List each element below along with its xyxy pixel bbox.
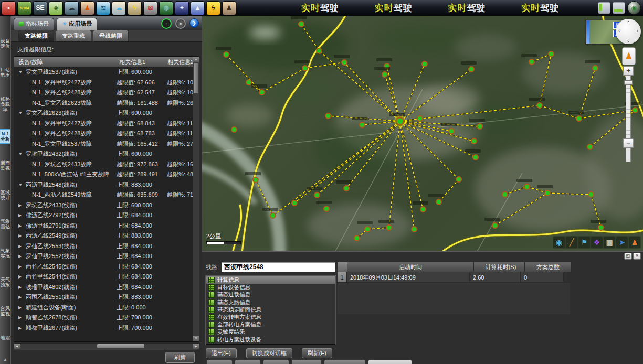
station-marker[interactable] [317, 48, 322, 53]
list-item-2[interactable]: 目标设备信息 [206, 284, 335, 291]
station-marker[interactable] [456, 177, 461, 182]
table-row[interactable]: ▶坡瑶甲线4802(线路)上限: 684.000 [14, 282, 193, 293]
switch-dialog-button[interactable]: 切换成对话框 [246, 348, 292, 358]
play-button[interactable]: ❯ [189, 18, 199, 28]
bottom-tab-5[interactable] [324, 359, 366, 364]
table-row[interactable]: ▶罗仙乙线2553(线路)上限: 684.000 [14, 241, 193, 252]
zoom-slider[interactable] [626, 76, 631, 138]
close-button[interactable]: ✕ [633, 253, 641, 260]
horizontal-scrollbar[interactable]: ◀ ▶ [14, 343, 199, 350]
tree-toggle-icon[interactable]: ▶ [18, 272, 24, 282]
station-marker[interactable] [588, 192, 594, 197]
scroll-thumb[interactable] [194, 63, 198, 93]
station-marker[interactable] [386, 225, 392, 230]
table-row[interactable]: ▼罗文甲线2537(线路)上限: 600.000 [14, 67, 193, 78]
station-marker[interactable] [253, 177, 258, 183]
table-row[interactable]: ▼罗坑甲线2432(线路)上限: 600.000 [14, 149, 193, 159]
tree-toggle-icon[interactable]: ▶ [18, 241, 24, 252]
tree-toggle-icon[interactable]: ▼ [18, 108, 24, 119]
bottom-tab-3[interactable] [263, 359, 289, 364]
table-row[interactable]: ▶罗坑乙线2433(线路)上限: 600.000 [14, 200, 193, 211]
station-marker[interactable] [549, 51, 554, 57]
station-marker[interactable] [598, 225, 604, 230]
station-marker[interactable] [417, 116, 423, 121]
location-pin-icon[interactable]: ❖ [591, 237, 603, 248]
sidebar-item-9[interactable]: 天气 预报 [0, 275, 10, 289]
station-marker[interactable] [246, 80, 251, 85]
list-item-3[interactable]: 基态过载信息 [206, 291, 335, 298]
station-marker[interactable] [231, 127, 237, 132]
tree-toggle-icon[interactable]: ▶ [18, 200, 24, 211]
station-marker[interactable] [324, 206, 329, 211]
realtime-drive-tab-2[interactable]: 实时驾驶 [375, 2, 413, 14]
tree-toggle-icon[interactable]: ▶ [18, 323, 24, 334]
alarm-person-icon[interactable]: ♟ [80, 1, 94, 15]
table-row[interactable]: ▶佛沥甲线2791(线路)上限: 684.000 [14, 221, 193, 231]
sidebar-item-1[interactable]: 设备 定位 [0, 37, 10, 50]
station-marker[interactable] [593, 66, 598, 71]
station-marker[interactable] [412, 227, 417, 232]
storm-cloud-icon[interactable]: ☁ [65, 1, 79, 15]
station-marker[interactable] [259, 90, 265, 95]
col-start-time[interactable]: 启动时间 [347, 262, 474, 272]
table-row[interactable]: N-1_500kV西江站.#1主变故障越限值: 289.491越限%: 48.2 [14, 169, 193, 180]
scroll-up-icon[interactable]: ▲ [193, 57, 199, 62]
pan-up-icon[interactable]: ⌃ [626, 20, 630, 26]
line-input[interactable] [222, 262, 335, 272]
vertical-scrollbar[interactable]: ▲ ▼ [193, 57, 199, 341]
zoom-slider-handle[interactable] [624, 80, 633, 85]
station-marker[interactable] [344, 186, 349, 191]
station-marker[interactable] [270, 213, 276, 218]
bottom-tab-6[interactable] [368, 359, 412, 364]
table-row[interactable]: ▶西竹甲线2544(线路)上限: 684.000 [14, 272, 193, 282]
list-item-9[interactable]: 转电方案过载设备 [206, 336, 335, 344]
table-row[interactable]: ▶顺都甲线2677(线路)上限: 700.000 [14, 323, 193, 334]
realtime-drive-tab-1[interactable]: 实时驾驶 [301, 2, 339, 14]
col-duration[interactable]: 计算耗时(S) [474, 262, 525, 272]
table-row[interactable]: N-1_罗丹甲线2427故障越限值: 68.843越限%: 11.4 [14, 119, 193, 129]
sidebar-item-7[interactable]: 气象 雷达 [0, 217, 10, 231]
exit-button[interactable]: 退出(E) [206, 348, 237, 358]
tree-toggle-icon[interactable]: ▼ [18, 67, 24, 78]
percent-104-icon[interactable]: %104 [17, 1, 31, 15]
zoom-in-button[interactable]: + [623, 66, 634, 76]
layout-bottom-icon[interactable] [613, 2, 625, 14]
bottom-tab-2[interactable] [235, 359, 261, 364]
tree-toggle-icon[interactable]: ▶ [18, 221, 24, 231]
station-marker[interactable] [314, 192, 320, 198]
pan-down-icon[interactable]: ⌄ [626, 37, 630, 43]
float-button[interactable]: ◱ [624, 253, 632, 260]
sidebar-item-4[interactable]: N-1 分析 [0, 129, 10, 144]
station-marker[interactable] [473, 155, 478, 160]
signpost-icon[interactable]: ▤ [604, 237, 615, 248]
station-marker[interactable] [360, 122, 365, 127]
pegman-tool-icon[interactable]: ♟ [629, 237, 640, 248]
stop-icon[interactable]: ▪ [2, 1, 16, 15]
subtab-1[interactable]: 支路越限 [18, 30, 54, 41]
station-marker[interactable] [382, 72, 387, 77]
pan-control[interactable]: ⌃ ⌄ ‹ › [616, 19, 641, 44]
tree-toggle-icon[interactable]: ▶ [18, 251, 24, 262]
table-row[interactable]: ▶西竹乙线2545(线路)上限: 684.000 [14, 262, 193, 272]
station-marker[interactable] [342, 60, 347, 65]
table-row[interactable]: ▼罗文乙线2623(线路)上限: 600.000 [14, 108, 193, 119]
scroll-right-icon[interactable]: ▶ [193, 344, 199, 349]
table-row[interactable]: ▶罗仙甲线2552(线路)上限: 684.000 [14, 251, 193, 262]
tree-toggle-icon[interactable]: ▶ [18, 262, 24, 272]
station-marker[interactable] [449, 129, 454, 134]
waves-icon[interactable]: ≋ [96, 1, 110, 15]
station-marker[interactable] [471, 138, 477, 144]
station-marker[interactable] [299, 22, 304, 27]
station-marker[interactable] [502, 192, 508, 197]
station-marker[interactable] [224, 52, 229, 57]
col-info1[interactable]: 相关信息1 [119, 57, 167, 67]
station-marker[interactable] [477, 124, 482, 129]
list-item-1[interactable]: 计算信息 [206, 276, 335, 284]
realtime-drive-tab-3[interactable]: 实时驾驶 [448, 2, 486, 14]
tree-toggle-icon[interactable]: ▶ [18, 313, 24, 323]
station-marker[interactable] [420, 207, 426, 212]
station-marker[interactable] [365, 227, 370, 232]
operator-icon[interactable]: ♟ [222, 1, 236, 15]
list-item-8[interactable]: 灵敏度结果 [206, 328, 335, 336]
station-marker[interactable] [529, 59, 534, 65]
